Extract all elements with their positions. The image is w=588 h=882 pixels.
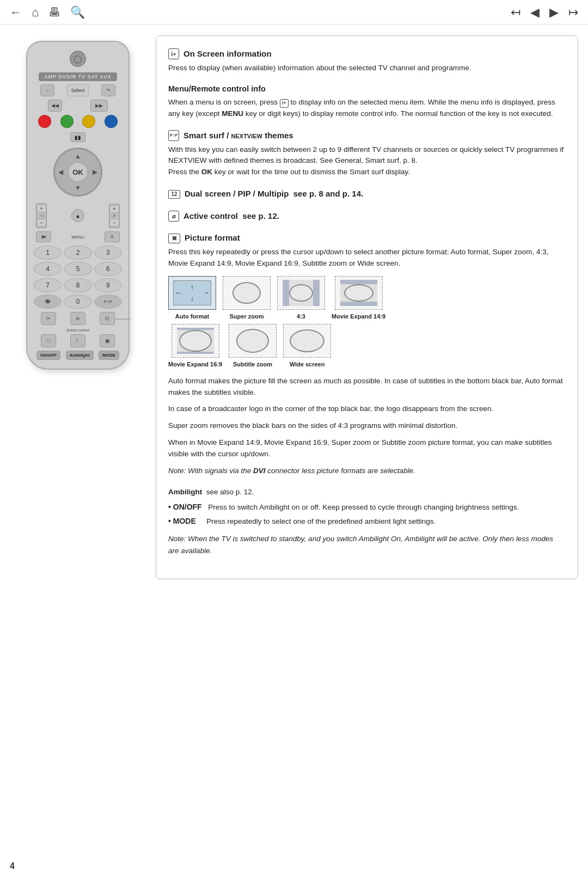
ch-up[interactable]: + [109, 205, 119, 213]
dual-screen-btn[interactable]: □ [41, 334, 56, 347]
skip-forward-icon[interactable]: ↦ [568, 5, 578, 20]
mode-button[interactable]: MODE [99, 351, 119, 360]
digit-9[interactable]: 9 [94, 278, 122, 292]
prev-channel-btn[interactable]: ▮▶ [36, 231, 51, 242]
ambilight-button[interactable]: Ambilight [66, 351, 94, 360]
active-ctrl-icon: ⌀ [168, 211, 179, 222]
expand149-inner [340, 280, 377, 306]
print-icon[interactable]: 🖶 [48, 5, 60, 20]
back-icon[interactable]: ← [10, 5, 22, 20]
active-ctrl-title-text: Active control see p. 12. [183, 210, 279, 223]
toolbar-left: ← ⌂ 🖶 🔍 [10, 5, 85, 20]
expand169-inner [177, 328, 214, 354]
digit-7[interactable]: 7 [34, 278, 62, 292]
toolbar-right: ↤ ◀ ▶ ↦ [511, 5, 578, 20]
on-screen-title: i+ On Screen information [168, 48, 566, 60]
pict-fmt-title: ▣ Picture format [168, 232, 566, 244]
green-button[interactable] [60, 115, 74, 128]
format-subtitle: Subtitle zoom [229, 324, 277, 369]
expand149-top [340, 280, 377, 284]
connector-line [114, 318, 131, 320]
smart-surf-title: P↑P Smart surf / nextview themes [168, 130, 566, 142]
digit-1[interactable]: 1 [34, 246, 62, 260]
43-oval [289, 284, 313, 302]
section-dual-screen: 12 Dual screen / PIP / Multipip see p. 8… [168, 188, 566, 200]
expand149-oval [344, 284, 373, 302]
active-ctrl-label: Active control [66, 328, 89, 332]
remote-control: ◯ AMP DVD/R TV SAT AUX ← Select ↷ ◀◀ ▶▶ [26, 41, 130, 370]
active-ctrl-title: ⌀ Active control see p. 12. [168, 210, 566, 223]
skip-back-icon[interactable]: ↤ [511, 5, 520, 20]
nav-up-arrow[interactable]: ▲ [75, 152, 81, 160]
left-media-btn[interactable]: ◀◀ [48, 100, 62, 112]
digit-2[interactable]: 2 [64, 246, 91, 260]
on-screen-icon: i+ [168, 48, 179, 59]
search-icon[interactable]: 🔍 [70, 5, 85, 20]
pause-button[interactable]: ▮▮ [70, 132, 85, 142]
wide-label: Wide screen [290, 360, 325, 369]
vol-up[interactable]: + [36, 205, 46, 212]
fwd-media-btn[interactable]: ▶▶ [90, 100, 108, 112]
on-screen-body: Press to display (when available) inform… [168, 63, 566, 74]
section-active-ctrl: ⌀ Active control see p. 12. [168, 210, 566, 223]
channel-control: + P − [109, 204, 120, 228]
prev-icon[interactable]: ◀ [530, 5, 540, 20]
mode-icon-btn[interactable]: ▣ [100, 334, 115, 347]
final-row: ON/OFF Ambilight MODE [34, 351, 122, 360]
pict-fmt-note: Note: With signals via the DVI connector… [168, 465, 566, 477]
digit-5[interactable]: 5 [64, 262, 91, 276]
blue-button[interactable] [105, 115, 118, 128]
menu-button[interactable]: ☰ [105, 231, 120, 242]
arrow-left: ← [175, 287, 182, 298]
menu-info-icon: i+ [280, 99, 289, 108]
43-inner [283, 280, 320, 306]
menu-btn-row: ▮▶ MENU ☰ [34, 231, 122, 242]
superzoom-oval [232, 282, 261, 304]
digit-8[interactable]: 8 [64, 278, 91, 292]
43-right-bar [313, 280, 320, 306]
bottom-icon-row: i+ ⊘ ⊡ [34, 312, 122, 325]
ok-button[interactable]: OK [68, 162, 88, 182]
back-small-btn[interactable]: ← [40, 84, 54, 96]
subtitle-box [229, 324, 277, 358]
on-off-button[interactable]: ON/OFF [36, 351, 60, 360]
fwd-small-btn[interactable]: ↷ [101, 84, 115, 96]
expand169-box [171, 324, 219, 358]
mute-button[interactable]: ▲ [71, 209, 84, 222]
section-ambilight: Ambilight see also p. 12. • ON/OFF Press… [168, 487, 566, 557]
auto-format-label: Auto format [175, 312, 209, 321]
source-bar-row: AMP DVD/R TV SAT AUX [34, 72, 122, 81]
yellow-button[interactable] [82, 115, 95, 128]
onoff-label: • ON/OFF [168, 503, 202, 511]
nav-down-arrow[interactable]: ▼ [75, 184, 81, 192]
pict-fmt-body5: When in Movie Expand 14:9, Movie Expand … [168, 437, 566, 460]
digit-teletext[interactable]: ⓬ [34, 295, 62, 309]
pip-button[interactable]: P↑P [94, 295, 122, 309]
ambilight-header: Ambilight see also p. 12. [168, 487, 566, 498]
select-button[interactable]: Select [67, 84, 89, 96]
ch-down[interactable]: − [109, 219, 119, 226]
active-ctrl-btn[interactable]: ⊘ [70, 312, 85, 325]
digit-0[interactable]: 0 [64, 295, 91, 309]
ambilight-icon-btn[interactable]: ☾ [70, 334, 85, 347]
home-icon[interactable]: ⌂ [32, 5, 39, 20]
nav-section: ▲ ▼ ◀ ▶ OK [34, 145, 122, 199]
power-button[interactable]: ◯ [70, 51, 86, 67]
nav-right-arrow[interactable]: ▶ [93, 168, 97, 176]
ambilight-note: Note: When the TV is switched to standby… [168, 533, 566, 557]
pict-fmt-btn[interactable]: ⊡ [100, 312, 115, 325]
vol-down[interactable]: − [36, 219, 46, 226]
nav-left-arrow[interactable]: ◀ [58, 168, 63, 176]
ambilight-onoff-row: • ON/OFF Press to switch Ambilight on or… [168, 501, 566, 513]
red-button[interactable] [38, 115, 51, 128]
onoff-body: Press to switch Ambilight on or off. Kee… [208, 503, 519, 511]
digit-3[interactable]: 3 [94, 246, 122, 260]
digit-4[interactable]: 4 [34, 262, 62, 276]
next-icon[interactable]: ▶ [549, 5, 559, 20]
digit-6[interactable]: 6 [94, 262, 122, 276]
page-number: 4 [10, 861, 15, 871]
info-icon-btn[interactable]: i+ [41, 312, 56, 325]
bottom-special-row: □ ☾ ▣ [34, 334, 122, 347]
active-ctrl-label-row: Active control [34, 328, 122, 332]
section-on-screen: i+ On Screen information Press to displa… [168, 48, 566, 74]
